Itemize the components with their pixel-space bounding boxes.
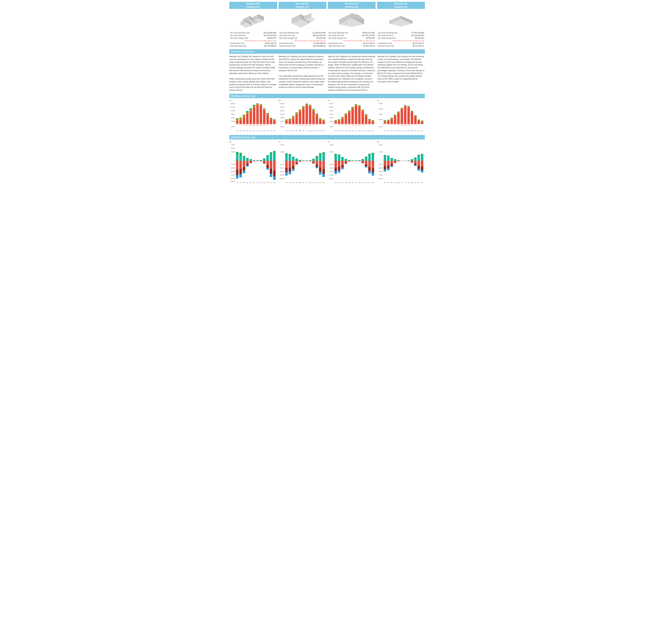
svg-rect-71 bbox=[253, 105, 255, 106]
svg-rect-127 bbox=[285, 120, 288, 121]
svg-rect-630 bbox=[417, 161, 420, 166]
svg-rect-209 bbox=[338, 124, 340, 125]
svg-text:Jun: Jun bbox=[253, 130, 255, 131]
svg-rect-320 bbox=[421, 122, 423, 124]
svg-rect-68 bbox=[249, 124, 252, 126]
svg-rect-243 bbox=[368, 119, 371, 121]
svg-rect-535 bbox=[348, 161, 350, 161]
heating-unit-m2c2: MJ bbox=[377, 141, 425, 143]
svg-rect-154 bbox=[309, 107, 311, 124]
svg-rect-292 bbox=[397, 113, 399, 124]
svg-rect-456 bbox=[295, 163, 298, 164]
svg-text:Nov: Nov bbox=[368, 182, 371, 183]
massing-m1c2-column: Massing One Cladding Two Life Cycle Elec… bbox=[278, 2, 326, 47]
svg-rect-82 bbox=[263, 111, 265, 124]
svg-text:Mar: Mar bbox=[243, 182, 245, 183]
svg-text:Oct: Oct bbox=[267, 130, 269, 131]
svg-rect-385 bbox=[256, 161, 259, 161]
svg-text:Nov: Nov bbox=[417, 182, 420, 183]
svg-text:Aug: Aug bbox=[407, 130, 410, 132]
svg-rect-360 bbox=[236, 161, 238, 170]
svg-text:-400000: -400000 bbox=[329, 167, 334, 168]
svg-rect-522 bbox=[338, 161, 340, 167]
svg-rect-235 bbox=[361, 110, 364, 112]
m2c2-stats: Life Cycle Electricity Use:71,369,230 kW… bbox=[377, 31, 425, 47]
svg-rect-519 bbox=[334, 171, 337, 174]
svg-text:Apr: Apr bbox=[394, 182, 396, 183]
svg-text:-800000: -800000 bbox=[378, 178, 383, 179]
svg-text:Feb: Feb bbox=[338, 182, 340, 183]
svg-rect-593 bbox=[384, 155, 386, 156]
svg-rect-311 bbox=[411, 124, 413, 125]
svg-text:-800000: -800000 bbox=[280, 175, 284, 176]
svg-rect-553 bbox=[368, 161, 371, 167]
svg-rect-632 bbox=[417, 169, 420, 171]
svg-rect-451 bbox=[292, 166, 294, 169]
svg-text:400000: 400000 bbox=[231, 117, 235, 118]
svg-text:Feb: Feb bbox=[239, 130, 242, 131]
svg-rect-470 bbox=[316, 156, 318, 157]
svg-text:800000: 800000 bbox=[280, 110, 284, 111]
svg-text:0: 0 bbox=[382, 123, 383, 125]
svg-rect-358 bbox=[236, 154, 238, 161]
svg-rect-544 bbox=[361, 161, 364, 162]
svg-text:Feb: Feb bbox=[387, 182, 389, 183]
m2c1-stats: Life Cycle Electricity Use:78,680,270 kW… bbox=[328, 31, 376, 47]
svg-rect-231 bbox=[358, 106, 361, 107]
svg-rect-286 bbox=[390, 118, 393, 118]
svg-rect-284 bbox=[390, 119, 393, 124]
svg-rect-302 bbox=[404, 105, 406, 106]
massing-m2c1-column: Massing Two Cladding One Life Cycle Elec… bbox=[328, 2, 376, 47]
svg-text:-500000: -500000 bbox=[378, 171, 383, 172]
svg-rect-139 bbox=[295, 113, 298, 115]
svg-rect-54 bbox=[243, 118, 245, 124]
svg-rect-300 bbox=[404, 107, 406, 124]
svg-rect-96 bbox=[273, 119, 275, 120]
svg-rect-224 bbox=[351, 107, 354, 108]
svg-rect-592 bbox=[384, 156, 386, 161]
svg-text:-800000: -800000 bbox=[231, 175, 235, 176]
conclusion-m2c2: Massing Two Cladding Two provided the mo… bbox=[378, 55, 425, 92]
svg-text:May: May bbox=[397, 182, 399, 183]
svg-rect-155 bbox=[309, 105, 311, 107]
svg-rect-366 bbox=[239, 169, 242, 174]
svg-rect-542 bbox=[361, 159, 364, 161]
svg-rect-66 bbox=[249, 109, 252, 110]
svg-rect-634 bbox=[421, 154, 423, 155]
svg-rect-560 bbox=[371, 173, 374, 176]
svg-rect-383 bbox=[253, 161, 255, 161]
svg-rect-145 bbox=[299, 124, 301, 126]
svg-rect-479 bbox=[322, 154, 325, 161]
svg-rect-295 bbox=[397, 124, 399, 125]
svg-text:100000: 100000 bbox=[379, 151, 383, 153]
svg-rect-171 bbox=[322, 120, 325, 121]
svg-rect-247 bbox=[371, 121, 374, 122]
svg-rect-444 bbox=[289, 154, 291, 155]
svg-rect-220 bbox=[348, 111, 350, 111]
svg-text:Jun: Jun bbox=[401, 130, 403, 131]
svg-rect-97 bbox=[273, 124, 275, 125]
svg-rect-388 bbox=[263, 159, 265, 161]
svg-rect-244 bbox=[368, 119, 371, 119]
svg-rect-67 bbox=[249, 108, 252, 109]
svg-text:Jul: Jul bbox=[405, 182, 406, 183]
svg-text:0: 0 bbox=[382, 160, 383, 161]
svg-rect-151 bbox=[306, 104, 308, 106]
svg-rect-206 bbox=[338, 121, 340, 124]
svg-rect-523 bbox=[338, 167, 340, 170]
svg-text:Mar: Mar bbox=[292, 130, 294, 131]
svg-rect-474 bbox=[319, 154, 321, 161]
svg-rect-301 bbox=[404, 106, 406, 107]
svg-rect-310 bbox=[411, 111, 413, 111]
monthly-cooling-header: Monthly Cooling Load bbox=[229, 94, 425, 98]
svg-rect-308 bbox=[411, 112, 413, 124]
svg-rect-136 bbox=[292, 116, 294, 117]
svg-rect-483 bbox=[322, 174, 325, 177]
svg-rect-596 bbox=[384, 169, 386, 171]
svg-text:Jan: Jan bbox=[384, 130, 386, 131]
svg-rect-315 bbox=[414, 124, 416, 125]
svg-rect-534 bbox=[348, 160, 350, 161]
svg-rect-438 bbox=[285, 155, 288, 161]
cooling-chart-m1c2: MJ 1200000 1000000 800000 600000 400000 … bbox=[278, 99, 326, 133]
svg-rect-614 bbox=[401, 161, 403, 161]
